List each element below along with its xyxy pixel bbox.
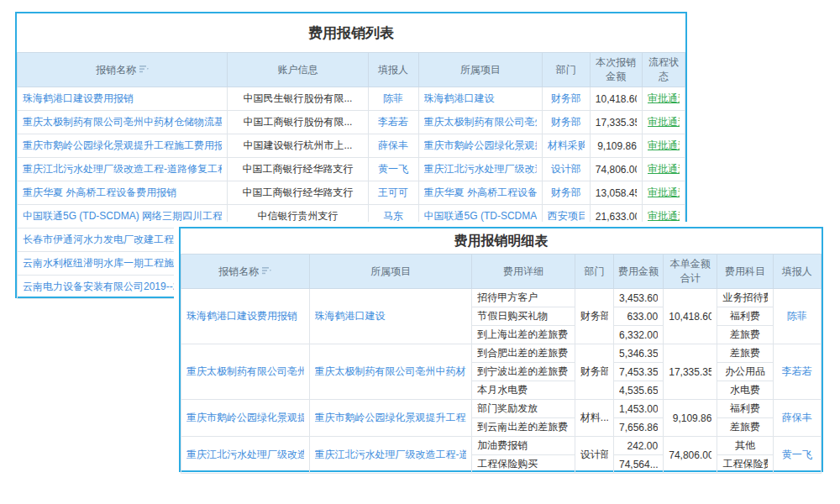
account-info: 中信银行贵州支行 xyxy=(233,209,362,223)
amount-value: 17,335.35 xyxy=(596,117,637,129)
col-header-name-label: 报销名称 xyxy=(218,265,259,279)
filler-link[interactable]: 薛保丰 xyxy=(779,411,816,425)
project-link[interactable]: 重庆江北污水处理厂级改造工程-道路修复工程 xyxy=(315,448,467,462)
col-header-category: 费用科目 xyxy=(717,255,773,289)
col-header-account: 账户信息 xyxy=(228,53,368,87)
filler-link[interactable]: 李若若 xyxy=(374,115,413,129)
expense-category: 工程保险费 xyxy=(722,457,767,471)
reimburse-name-link[interactable]: 重庆太极制药有限公司亳州中药材仓储物流基地项目费用报销 xyxy=(186,365,304,379)
filler-link[interactable]: 陈菲 xyxy=(779,309,816,323)
total-amount: 74,806.00 xyxy=(669,449,711,461)
total-amount: 9,109.86 xyxy=(669,412,711,424)
expense-amount: 1,453.00 xyxy=(619,403,658,415)
project-link[interactable]: 珠海鹤港口建设 xyxy=(315,309,467,323)
col-header-dept: 部门 xyxy=(575,255,613,289)
dept-link[interactable]: 西安项目部 xyxy=(548,209,585,223)
project-link[interactable]: 重庆太极制药有限公司亳州中药材仓储物流基地 xyxy=(315,365,467,379)
status-link[interactable]: 审批通过 xyxy=(648,209,680,223)
expense-category: 差旅费 xyxy=(722,346,767,360)
expense-item: 招待甲方客户 xyxy=(477,291,569,305)
dept-link[interactable]: 财务部 xyxy=(548,115,585,129)
col-header-name[interactable]: 报销名称 xyxy=(181,255,310,289)
filler-link[interactable]: 黄一飞 xyxy=(779,448,816,462)
table-row: 重庆江北污水处理厂级改造工程-道路修复工程费用... 中国工商银行经华路支行 黄… xyxy=(18,158,685,181)
col-header-filler: 填报人 xyxy=(368,53,418,87)
expense-category: 水电费 xyxy=(722,383,767,397)
filler-link[interactable]: 陈菲 xyxy=(374,92,413,106)
dept-value: 财务部 xyxy=(580,365,608,379)
sort-icon[interactable] xyxy=(139,64,149,76)
expense-amount: 6,332.00 xyxy=(619,329,658,341)
filler-link[interactable]: 王可可 xyxy=(374,186,413,200)
filler-link[interactable]: 薛保丰 xyxy=(374,139,413,153)
expense-category: 业务招待费 xyxy=(722,291,767,305)
account-info: 中国工商银行经华路支行 xyxy=(233,162,362,176)
reimburse-name-link[interactable]: 重庆江北污水处理厂级改造工程-道路修复工程费用... xyxy=(23,162,222,176)
col-header-amount: 费用金额 xyxy=(613,255,663,289)
reimburse-name-link[interactable]: 重庆市鹅岭公园绿化景观提升工程施工费用报销 xyxy=(186,411,304,425)
table-row: 珠海鹤港口建设费用报销 中国民生银行股份有限... 陈菲 珠海鹤港口建设 财务部… xyxy=(18,87,685,111)
dept-link[interactable]: 设计部 xyxy=(548,162,585,176)
dept-value: 财务部 xyxy=(580,309,608,323)
amount-value: 21,633.00 xyxy=(596,211,637,223)
expense-list-title: 费用报销列表 xyxy=(17,13,685,52)
filler-link[interactable]: 黄一飞 xyxy=(374,162,413,176)
col-header-detail: 费用详细 xyxy=(472,255,575,289)
dept-link[interactable]: 财务部 xyxy=(548,92,585,106)
col-header-status: 流程状态 xyxy=(642,53,685,87)
total-amount: 10,418.60 xyxy=(669,311,711,323)
expense-detail-title: 费用报销明细表 xyxy=(181,228,822,254)
filler-link[interactable]: 李若若 xyxy=(779,365,816,379)
project-link[interactable]: 中国联通5G (TD-SCDMA) 网... xyxy=(424,209,537,223)
expense-item: 到合肥出差的差旅费 xyxy=(477,346,569,360)
project-link[interactable]: 珠海鹤港口建设 xyxy=(424,92,537,106)
table-row: 重庆华夏 外高桥工程设备费用报销 中国工商银行经华路支行 王可可 重庆华夏 外高… xyxy=(18,181,685,205)
status-link[interactable]: 审批通过 xyxy=(648,162,680,176)
reimburse-name-link[interactable]: 珠海鹤港口建设费用报销 xyxy=(186,309,304,323)
expense-category: 差旅费 xyxy=(722,328,767,342)
expense-category: 差旅费 xyxy=(722,420,767,434)
filler-link[interactable]: 马东 xyxy=(374,209,413,223)
project-link[interactable]: 重庆市鹅岭公园绿化景观提升... xyxy=(424,139,537,153)
reimburse-name-link[interactable]: 重庆太极制药有限公司亳州中药材仓储物流基地项... xyxy=(23,115,222,129)
expense-amount: 5,346.35 xyxy=(619,348,658,360)
reimburse-name-link[interactable]: 珠海鹤港口建设费用报销 xyxy=(23,92,222,106)
status-link[interactable]: 审批通过 xyxy=(648,92,680,106)
amount-value: 13,058.45 xyxy=(596,187,637,199)
project-link[interactable]: 重庆江北污水处理厂级改造工... xyxy=(424,162,537,176)
project-link[interactable]: 重庆市鹅岭公园绿化景观提升工程施工 xyxy=(315,411,467,425)
project-link[interactable]: 重庆太极制药有限公司亳州中... xyxy=(424,115,537,129)
detail-row: 重庆太极制药有限公司亳州中药材仓储物流基地项目费用报销 重庆太极制药有限公司亳州… xyxy=(181,344,822,363)
expense-amount: 74,564... xyxy=(619,459,658,470)
col-header-name[interactable]: 报销名称 xyxy=(18,53,228,87)
total-amount: 17,335.35 xyxy=(669,366,711,378)
dept-value: 材料... xyxy=(580,411,608,425)
reimburse-name-link[interactable]: 重庆江北污水处理厂级改造工程-道路修复工程费用报销 xyxy=(186,448,304,462)
detail-row: 珠海鹤港口建设费用报销 珠海鹤港口建设 招待甲方客户 财务部 3,453.60 … xyxy=(181,289,822,307)
account-info: 中国工商银行股份有限... xyxy=(233,115,362,129)
col-header-filler: 填报人 xyxy=(773,255,821,289)
table-row: 重庆市鹅岭公园绿化景观提升工程施工费用报销 中国建设银行杭州市上... 薛保丰 … xyxy=(18,134,685,158)
amount-value: 74,806.00 xyxy=(596,164,637,176)
expense-category: 办公用品 xyxy=(722,365,767,379)
col-header-name-label: 报销名称 xyxy=(96,63,136,77)
expense-amount: 3,453.60 xyxy=(619,292,658,304)
dept-link[interactable]: 材料采购 xyxy=(548,139,585,153)
reimburse-name-link[interactable]: 重庆市鹅岭公园绿化景观提升工程施工费用报销 xyxy=(23,139,222,153)
expense-item: 到宁波出差的差旅费 xyxy=(477,365,569,379)
expense-amount: 7,656.86 xyxy=(619,422,658,433)
expense-item: 工程保险购买 xyxy=(477,457,569,471)
dept-link[interactable]: 财务部 xyxy=(548,186,585,200)
expense-detail-table: 报销名称 所属项目 费用详细 部门 费用金额 本单金额合计 费用科目 填报人 珠… xyxy=(181,254,822,474)
status-link[interactable]: 审批通过 xyxy=(648,186,680,200)
col-header-project: 所属项目 xyxy=(418,53,542,87)
project-link[interactable]: 重庆华夏 外高桥工程设备 xyxy=(424,186,537,200)
reimburse-name-link[interactable]: 中国联通5G (TD-SCDMA) 网络三期四川工程费... xyxy=(23,209,222,223)
detail-header-row: 报销名称 所属项目 费用详细 部门 费用金额 本单金额合计 费用科目 填报人 xyxy=(181,255,822,289)
col-header-project: 所属项目 xyxy=(309,255,472,289)
reimburse-name-link[interactable]: 重庆华夏 外高桥工程设备费用报销 xyxy=(23,186,222,200)
col-header-dept: 部门 xyxy=(542,53,590,87)
status-link[interactable]: 审批通过 xyxy=(648,115,680,129)
status-link[interactable]: 审批通过 xyxy=(648,139,680,153)
sort-icon[interactable] xyxy=(262,265,271,277)
